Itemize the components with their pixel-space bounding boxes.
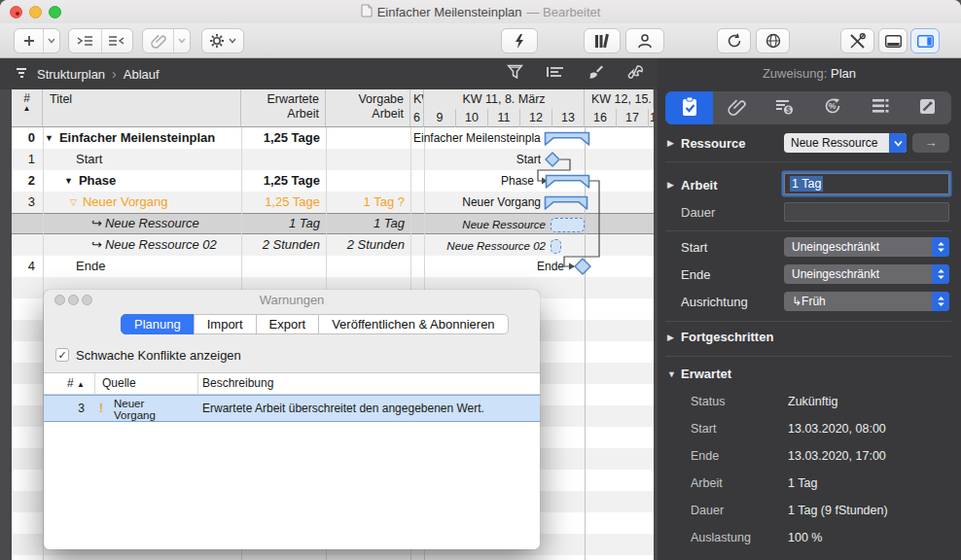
tab-planung[interactable]: Planung — [121, 314, 195, 334]
indent-button[interactable] — [69, 29, 101, 52]
popup-chevrons-icon — [932, 264, 949, 284]
expected-work-label: Arbeit — [691, 473, 723, 493]
tab-notes[interactable] — [904, 91, 951, 124]
warning-row[interactable]: 3 ! NeuerVorgang Erwartete Arbeit übersc… — [44, 395, 540, 422]
selected-text: 1 Tag — [790, 176, 823, 192]
outline-options-button[interactable] — [547, 65, 564, 83]
separator — [665, 161, 951, 162]
chevron-down-icon — [229, 38, 236, 44]
outdent-button[interactable] — [101, 29, 133, 52]
weak-conflicts-checkbox[interactable]: ✓ — [55, 348, 69, 362]
library-button[interactable] — [584, 28, 621, 53]
resource-label: Ressource — [681, 136, 745, 151]
grid-line — [197, 373, 198, 395]
disclosure-closed-icon[interactable]: ▶ — [667, 138, 674, 148]
expected-duration-value: 1 Tag (9 fStunden) — [788, 501, 888, 520]
format-brush-button[interactable] — [587, 64, 604, 84]
expected-duration-label: Dauer — [691, 501, 724, 520]
start-constraint-popup[interactable]: Uneingeschränkt — [784, 237, 949, 257]
wrench-button[interactable] — [627, 64, 644, 84]
start-constraint-label: Start — [681, 240, 707, 255]
summary-bar-phase[interactable] — [545, 174, 590, 190]
attachment-button[interactable] — [143, 29, 173, 52]
inspector-header-value: Plan — [831, 66, 856, 81]
status-label: Status — [691, 392, 725, 411]
warnings-col-number[interactable]: # ▲ — [44, 373, 85, 395]
milestone-start[interactable] — [545, 152, 560, 167]
tools-button[interactable] — [840, 28, 874, 53]
warnings-col-source[interactable]: Quelle — [102, 373, 136, 394]
early-alignment-icon: ↳ — [792, 295, 801, 308]
breadcrumb-root[interactable]: Strukturplan — [37, 67, 105, 82]
toolbar — [0, 23, 961, 58]
tab-progress[interactable]: % — [808, 91, 856, 124]
conflicts-button[interactable] — [501, 28, 538, 53]
toggle-right-panel-button[interactable] — [910, 28, 940, 53]
milestone-ende[interactable] — [574, 258, 591, 275]
end-constraint-label: Ende — [681, 267, 710, 282]
titlebar: Einfacher Meilensteinplan — Bearbeitet — [0, 0, 961, 23]
work-input[interactable]: 1 Tag — [784, 173, 949, 194]
tools-icon — [849, 33, 866, 50]
panel-right-icon — [917, 35, 934, 48]
utilization-value: 100 % — [788, 528, 822, 547]
alignment-popup[interactable]: ↳Früh — [784, 292, 949, 311]
go-to-resource-button[interactable]: → — [912, 133, 949, 153]
toggle-bottom-panel-button[interactable] — [878, 28, 908, 53]
separator — [665, 356, 951, 357]
dialog-title: Warnungen — [44, 293, 540, 307]
settings-button[interactable] — [201, 28, 244, 53]
tab-plan-info[interactable] — [665, 91, 713, 124]
clipboard-check-icon — [681, 96, 698, 121]
expected-end-value: 13.03.2020, 17:00 — [788, 446, 886, 466]
disclosure-open-icon[interactable]: ▼ — [667, 369, 676, 379]
weak-conflicts-label[interactable]: Schwache Konflikte anzeigen — [76, 348, 241, 363]
path-bar: Strukturplan › Ablauf — [0, 58, 658, 89]
tab-attachments[interactable] — [713, 91, 761, 124]
summary-bar-neuer-vorgang[interactable] — [544, 195, 588, 211]
separator — [665, 321, 951, 322]
inspector-tab-bar: $ % — [665, 91, 951, 124]
assignment-bar-neue-ressource-02[interactable] — [551, 239, 561, 254]
disclosure-closed-icon[interactable]: ▶ — [667, 332, 674, 342]
end-constraint-popup[interactable]: Uneingeschränkt — [784, 264, 949, 284]
publish-button[interactable] — [756, 28, 790, 53]
advanced-section-label[interactable]: Fortgeschritten — [681, 330, 773, 344]
pencil-square-icon — [918, 97, 937, 120]
tab-import[interactable]: Import — [194, 314, 257, 334]
summary-bar-project[interactable] — [544, 131, 590, 147]
tab-export[interactable]: Export — [256, 314, 320, 334]
tab-veroeffentlichen[interactable]: Veröffentlichen & Abonnieren — [318, 314, 508, 334]
warnings-dialog: Warnungen Planung Import Export Veröffen… — [44, 290, 540, 549]
wbs-structure-icon — [16, 67, 30, 82]
warnings-col-description[interactable]: Beschreibung — [202, 373, 273, 394]
sync-button[interactable] — [717, 28, 751, 53]
add-options-chevron[interactable] — [43, 29, 59, 52]
filter-button[interactable] — [507, 64, 523, 84]
inspector-header-label: Zuweisung: — [763, 66, 827, 81]
panel-bottom-icon — [885, 35, 902, 48]
attachment-chevron[interactable] — [173, 29, 190, 52]
books-icon — [593, 33, 611, 49]
globe-icon — [765, 33, 781, 49]
popup-chevrons-icon — [932, 237, 949, 257]
resource-combobox[interactable]: Neue Ressource — [784, 133, 907, 153]
resources-button[interactable] — [625, 28, 664, 53]
popup-chevrons-icon — [932, 292, 949, 311]
duration-input[interactable] — [784, 202, 949, 222]
paperclip-icon — [728, 97, 746, 120]
tab-lists[interactable] — [856, 91, 904, 124]
expected-section-label[interactable]: Erwartet — [681, 367, 731, 381]
add-button[interactable] — [15, 29, 43, 52]
sort-ascending-icon: ▲ — [77, 380, 85, 389]
chevron-down-icon — [178, 38, 186, 44]
tab-finances[interactable]: $ — [761, 91, 808, 124]
combobox-chevron-button[interactable] — [889, 133, 907, 153]
check-icon: ✓ — [57, 349, 66, 361]
breadcrumb-view[interactable]: Ablauf — [124, 67, 160, 82]
assignment-bar-neue-ressource[interactable] — [551, 218, 585, 232]
window-edited-suffix: — Bearbeitet — [527, 5, 601, 19]
arrow-right-icon: → — [925, 135, 938, 150]
disclosure-closed-icon[interactable]: ▶ — [667, 180, 674, 190]
window-title: Einfacher Meilensteinplan — Bearbeitet — [0, 0, 961, 23]
